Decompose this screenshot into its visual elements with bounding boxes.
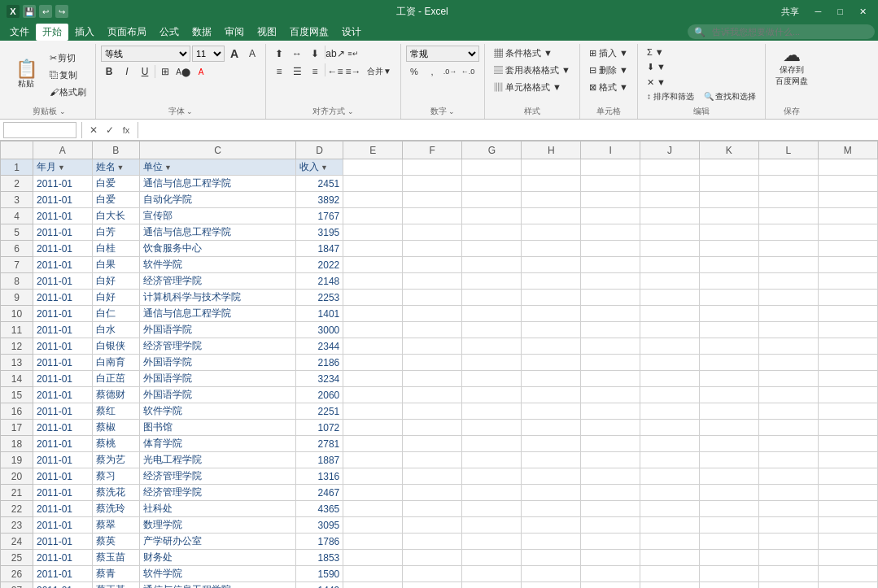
cell-income[interactable]: 1847 bbox=[296, 241, 343, 257]
cell-name[interactable]: 白爱 bbox=[92, 176, 139, 192]
cell-empty[interactable] bbox=[758, 582, 818, 589]
cell-empty[interactable] bbox=[758, 550, 818, 566]
cell-year[interactable]: 2011-01 bbox=[33, 176, 93, 192]
cell-empty[interactable] bbox=[462, 468, 522, 485]
cell-empty[interactable] bbox=[758, 371, 818, 387]
cell-empty[interactable] bbox=[581, 436, 640, 452]
cell-empty[interactable] bbox=[699, 176, 758, 192]
cell-empty[interactable] bbox=[403, 420, 462, 436]
cell-empty[interactable] bbox=[522, 192, 581, 208]
cell-dept[interactable]: 通信与信息工程学院 bbox=[139, 224, 295, 241]
filter-year-button[interactable]: ▼ bbox=[58, 163, 65, 172]
col-header-C[interactable]: C bbox=[139, 142, 295, 159]
cell-year[interactable]: 2011-01 bbox=[33, 387, 93, 403]
cell-empty[interactable] bbox=[581, 403, 640, 420]
cell-empty[interactable] bbox=[699, 452, 758, 468]
cell-income[interactable]: 1767 bbox=[296, 208, 343, 224]
cell-empty[interactable] bbox=[758, 224, 818, 241]
align-right-button[interactable]: ≡ bbox=[307, 63, 323, 80]
cell-empty[interactable] bbox=[818, 273, 877, 290]
cell-year[interactable]: 2011-01 bbox=[33, 436, 93, 452]
menu-file[interactable]: 文件 bbox=[3, 24, 36, 41]
cell-empty[interactable] bbox=[343, 436, 403, 452]
cell-empty[interactable] bbox=[640, 290, 699, 306]
cell-empty[interactable] bbox=[581, 501, 640, 517]
cell-empty[interactable] bbox=[699, 208, 758, 224]
sheet-area[interactable]: A B C D E F G H I J K L M 1年月▼姓名▼单位▼收入▼2… bbox=[0, 141, 878, 588]
cell-name[interactable]: 白桂 bbox=[92, 241, 139, 257]
cell-empty[interactable] bbox=[522, 208, 581, 224]
cell-empty[interactable] bbox=[522, 566, 581, 582]
cell-empty[interactable] bbox=[581, 290, 640, 306]
cell-empty[interactable] bbox=[522, 501, 581, 517]
cell-empty[interactable] bbox=[403, 403, 462, 420]
cell-empty[interactable] bbox=[403, 534, 462, 550]
cell-empty[interactable] bbox=[522, 485, 581, 501]
cell-empty[interactable] bbox=[581, 550, 640, 566]
cell-empty[interactable] bbox=[522, 582, 581, 589]
cell-empty[interactable] bbox=[403, 322, 462, 338]
cell-empty[interactable] bbox=[522, 534, 581, 550]
cell-empty[interactable] bbox=[758, 534, 818, 550]
cell-empty[interactable] bbox=[818, 224, 877, 241]
cell-year[interactable]: 2011-01 bbox=[33, 208, 93, 224]
quick-redo-icon[interactable]: ↪ bbox=[55, 5, 68, 18]
col-header-M[interactable]: M bbox=[818, 142, 877, 159]
cell-empty[interactable] bbox=[343, 387, 403, 403]
cell-empty[interactable] bbox=[640, 566, 699, 582]
cancel-formula-icon[interactable]: ✕ bbox=[87, 124, 100, 137]
cell-empty[interactable] bbox=[699, 582, 758, 589]
cell-empty[interactable] bbox=[522, 273, 581, 290]
cell-empty[interactable] bbox=[640, 485, 699, 501]
cell-income[interactable]: 1590 bbox=[296, 566, 343, 582]
cell-income[interactable]: 2022 bbox=[296, 257, 343, 273]
cell-name[interactable]: 白银侠 bbox=[92, 338, 139, 355]
text-orientation-button[interactable]: ab↗ bbox=[327, 46, 343, 62]
cell-empty[interactable] bbox=[343, 338, 403, 355]
cell-dept[interactable]: 产学研办公室 bbox=[139, 534, 295, 550]
cell-income[interactable]: 2186 bbox=[296, 355, 343, 371]
close-button[interactable]: ✕ bbox=[854, 5, 871, 19]
cell-empty[interactable] bbox=[699, 517, 758, 534]
cell-income[interactable]: 2467 bbox=[296, 485, 343, 501]
cell-dept[interactable]: 通信与信息工程学院 bbox=[139, 176, 295, 192]
cell-empty[interactable] bbox=[758, 468, 818, 485]
cell-empty[interactable] bbox=[403, 208, 462, 224]
cell-empty[interactable] bbox=[462, 322, 522, 338]
cell-empty[interactable] bbox=[462, 192, 522, 208]
cell-empty[interactable] bbox=[403, 582, 462, 589]
copy-button[interactable]: ⿻ 复制 bbox=[46, 68, 90, 83]
cell-empty[interactable] bbox=[699, 420, 758, 436]
cell-empty[interactable] bbox=[699, 387, 758, 403]
merge-cells-button[interactable]: 合并▼ bbox=[363, 63, 395, 80]
cell-empty[interactable] bbox=[699, 322, 758, 338]
cell-dept[interactable]: 数理学院 bbox=[139, 517, 295, 534]
cell-empty[interactable] bbox=[758, 322, 818, 338]
cell-name[interactable]: 蔡椒 bbox=[92, 420, 139, 436]
cell-empty[interactable] bbox=[581, 322, 640, 338]
cell-empty[interactable] bbox=[462, 501, 522, 517]
cell-empty[interactable] bbox=[343, 420, 403, 436]
cell-empty[interactable] bbox=[462, 355, 522, 371]
cell-empty[interactable] bbox=[818, 517, 877, 534]
cell-empty[interactable] bbox=[758, 290, 818, 306]
cell-dept[interactable]: 通信与信息工程学院 bbox=[139, 582, 295, 589]
col-header-F[interactable]: F bbox=[403, 142, 462, 159]
cell-dept[interactable]: 外国语学院 bbox=[139, 322, 295, 338]
cell-empty[interactable] bbox=[522, 241, 581, 257]
cell-empty[interactable] bbox=[343, 290, 403, 306]
cell-empty[interactable] bbox=[581, 485, 640, 501]
cell-empty[interactable] bbox=[818, 582, 877, 589]
cell-empty[interactable] bbox=[522, 355, 581, 371]
col-header-B[interactable]: B bbox=[92, 142, 139, 159]
cell-empty[interactable] bbox=[522, 452, 581, 468]
decrease-font-button[interactable]: A bbox=[244, 46, 260, 62]
cell-year[interactable]: 2011-01 bbox=[33, 420, 93, 436]
cell-empty[interactable] bbox=[699, 159, 758, 176]
cell-empty[interactable] bbox=[640, 224, 699, 241]
cell-dept[interactable]: 图书馆 bbox=[139, 420, 295, 436]
cell-empty[interactable] bbox=[581, 517, 640, 534]
cell-empty[interactable] bbox=[758, 176, 818, 192]
cell-empty[interactable] bbox=[640, 420, 699, 436]
cell-empty[interactable] bbox=[462, 566, 522, 582]
